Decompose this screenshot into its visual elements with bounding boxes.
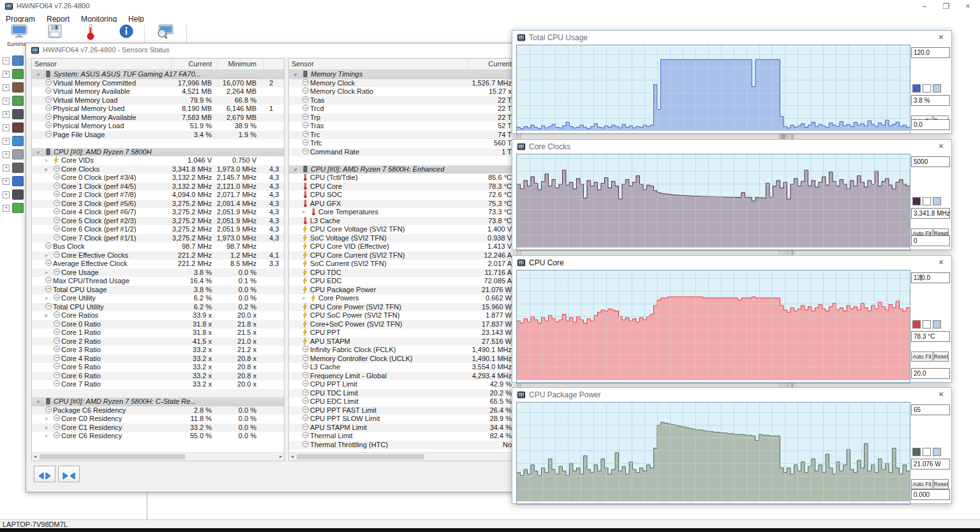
grid-color-swatch[interactable] (933, 197, 941, 205)
sensor-row[interactable]: Thermal Limit82.4 % (289, 432, 517, 441)
expand-icon[interactable]: + (3, 165, 10, 172)
tree-item-network[interactable]: + (1, 175, 26, 187)
sensor-row[interactable]: APU STAPM Limit34.4 % (289, 424, 517, 432)
sensor-row[interactable]: >Core Temperatures73.3 °C (289, 208, 517, 217)
tree-item-audio[interactable]: + (1, 162, 26, 174)
expand-icon[interactable]: + (3, 151, 10, 158)
chevron-down-icon[interactable]: v (294, 165, 297, 174)
sensor-row[interactable]: CPU Core Power (SVI2 TFN)15.960 W (289, 303, 517, 312)
sensor-row[interactable]: vMemory Timings (289, 70, 517, 79)
background-color-swatch[interactable] (923, 320, 931, 329)
expand-icon[interactable]: + (3, 98, 10, 105)
expand-icon[interactable]: + (3, 138, 10, 145)
sensor-row[interactable]: Core 3 Clock (perf #5/6)3,275.2 MHz2,091… (32, 200, 284, 209)
sensor-row[interactable]: vCPU [#0]: AMD Ryzen 7 5800H: C-State Re… (32, 397, 284, 406)
auto-fit-button[interactable]: Auto Fit (911, 351, 933, 362)
sensor-row[interactable]: >Core C6 Residency55.0 %0.0 % (32, 432, 284, 441)
close-icon[interactable]: × (936, 32, 946, 42)
sensor-row[interactable]: Infinity Fabric Clock (FCLK)1,490.1 MHz (289, 346, 517, 355)
line-color-swatch[interactable] (912, 448, 921, 456)
sensor-row[interactable]: >Core VIDs1.046 V0.750 V (32, 156, 284, 165)
sensor-row[interactable]: Virtual Memory Available4,521 MB2,264 MB (32, 87, 284, 96)
chevron-down-icon[interactable]: v (37, 397, 40, 406)
sensor-row[interactable]: CPU PPT FAST Limit26.4 % (289, 406, 517, 415)
grid-color-swatch[interactable] (933, 320, 941, 329)
line-color-swatch[interactable] (912, 320, 921, 329)
sensor-row[interactable]: Total CPU Usage3.8 %0.0 % (32, 286, 284, 295)
tree-item-computer[interactable]: − (1, 55, 26, 66)
sensor-row[interactable]: CPU TDC11.716 A (289, 269, 517, 277)
sensor-row[interactable]: >Core C0 Residency11.8 %0.0 % (32, 415, 284, 424)
sensor-row[interactable]: Trfc560 T (289, 139, 517, 148)
sensor-row[interactable]: Core 7 Ratio33.2 x20.0 x (32, 380, 284, 389)
graph-min-input[interactable]: 20.0 (911, 368, 950, 379)
sensor-row[interactable]: Core 5 Ratio33.2 x20.8 x (32, 363, 284, 372)
close-icon[interactable]: × (936, 389, 946, 399)
sensor-row[interactable]: CPU Core78.3 °C (289, 182, 517, 191)
minimize-button[interactable]: – (914, 0, 935, 13)
horizontal-scrollbar[interactable]: ◂▸ (32, 452, 284, 461)
grid-color-swatch[interactable] (933, 448, 941, 456)
chevron-right-icon[interactable]: > (45, 251, 48, 260)
auto-fit-button[interactable]: Auto Fit (911, 479, 933, 489)
sensor-row[interactable]: >Core C1 Residency33.2 %0.0 % (32, 424, 284, 432)
chevron-down-icon[interactable]: v (45, 165, 47, 174)
sensor-row[interactable]: >Core Powers0.662 W (289, 294, 517, 303)
expand-icon[interactable]: + (3, 84, 10, 91)
sensor-row[interactable]: CPU PPT Limit42.9 % (289, 380, 517, 389)
chevron-down-icon[interactable]: v (45, 311, 47, 320)
graph-max-input[interactable]: 5000 (911, 156, 950, 167)
sensor-row[interactable]: Trcd22 T (289, 105, 517, 114)
sensor-row[interactable]: Core 4 Ratio33.2 x20.8 x (32, 355, 284, 364)
sensor-row[interactable]: Core 1 Clock (perf #4/5)3,132.2 MHz2,121… (32, 182, 284, 191)
chevron-right-icon[interactable]: > (45, 156, 48, 165)
sensor-row[interactable]: >Core Utility6.2 %0.0 % (32, 294, 284, 303)
grid-color-swatch[interactable] (933, 84, 941, 92)
sensor-row[interactable]: Trp22 T (289, 114, 517, 122)
chevron-right-icon[interactable]: > (302, 294, 305, 303)
sensor-row[interactable]: Virtual Memory Load79.9 %66.8 % (32, 96, 284, 105)
sensor-row[interactable]: Bus Clock98.7 MHz98.7 MHz (32, 242, 284, 251)
sensor-row[interactable]: vSystem: ASUS ASUS TUF Gaming A17 FA70..… (32, 70, 284, 79)
sensor-row[interactable]: Memory Clock Ratio15.27 x (289, 87, 517, 96)
sensor-row[interactable]: Virtual Memory Committed17,996 MB16,070 … (32, 79, 284, 88)
graph-min-input[interactable]: 0.000 (911, 489, 950, 500)
close-button[interactable]: × (957, 0, 979, 13)
restore-button[interactable]: ❐ (935, 0, 957, 13)
expand-icon[interactable]: + (3, 71, 10, 78)
sensor-row[interactable]: Core 3 Ratio33.2 x21.2 x (32, 346, 284, 355)
sensor-row[interactable]: CPU PPT23.143 W (289, 329, 517, 337)
layout-swap-button-2[interactable] (58, 466, 80, 482)
line-color-swatch[interactable] (912, 197, 921, 205)
chevron-right-icon[interactable]: > (45, 415, 48, 424)
sensor-row[interactable]: CPU Core VID (Effective)1.413 V (289, 242, 517, 251)
sensor-row[interactable]: vCPU [#0]: AMD Ryzen 7 5800H (32, 148, 284, 157)
sensor-row[interactable]: Core 7 Clock (perf #1/1)3,275.2 MHz1,973… (32, 234, 284, 243)
close-icon[interactable]: × (936, 257, 946, 267)
sensor-row[interactable]: Physical Memory Load51.9 %38.9 % (32, 122, 284, 131)
horizontal-scrollbar[interactable]: ◂▸ (289, 452, 517, 461)
sensor-row[interactable]: Core 2 Clock (perf #7/8)4,094.0 MHz2,071… (32, 191, 284, 200)
sensor-row[interactable]: APU GFX75.3 °C (289, 200, 517, 209)
collapse-icon[interactable]: − (3, 57, 10, 64)
tree-item-drives[interactable]: + (1, 149, 26, 160)
graph-min-input[interactable]: 0.0 (911, 119, 950, 130)
sensor-row[interactable]: CPU SoC Power (SVI2 TFN)1.877 W (289, 311, 517, 320)
sensor-row[interactable]: L3 Cache73.8 °C (289, 217, 517, 226)
sensor-row[interactable]: Max CPU/Thread Usage16.4 %0.1 % (32, 277, 284, 286)
sensor-row[interactable]: CPU EDC72.085 A (289, 277, 517, 286)
tree-item-bus[interactable]: + (1, 108, 26, 120)
sensor-row[interactable]: CPU Core Current (SVI2 TFN)12.246 A (289, 251, 517, 260)
background-color-swatch[interactable] (923, 448, 931, 456)
sensor-row[interactable]: Physical Memory Available7,583 MB2,679 M… (32, 114, 284, 122)
sensor-row[interactable]: Package C6 Residency2.8 %0.0 % (32, 406, 284, 415)
sensor-row[interactable]: Total CPU Utility6.2 %0.2 % (32, 303, 284, 312)
sensor-row[interactable]: Average Effective Clock221.2 MHz8.5 MHz3… (32, 260, 284, 269)
close-icon[interactable]: × (936, 141, 946, 151)
tree-item-motherboard[interactable]: + (1, 82, 26, 93)
chevron-right-icon[interactable]: > (45, 294, 48, 303)
sensor-row[interactable]: Trc74 T (289, 131, 517, 140)
sensor-row[interactable]: vCPU [#0]: AMD Ryzen 7 5800H: Enhanced (289, 165, 517, 174)
graph-titlebar[interactable]: CPU Core× (512, 256, 951, 270)
sensor-row[interactable]: CPU PPT SLOW Limit28.9 % (289, 415, 517, 424)
